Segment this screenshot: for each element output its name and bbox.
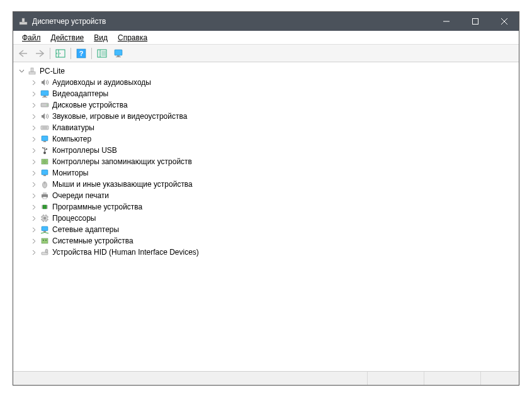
speaker-icon	[40, 111, 50, 121]
svg-rect-1	[22, 18, 25, 22]
category-label: Видеоадаптеры	[52, 89, 108, 98]
svg-rect-0	[20, 22, 27, 25]
computer-icon	[27, 66, 37, 76]
category-label: Сетевые адаптеры	[52, 225, 119, 234]
menu-action[interactable]: Действие	[46, 32, 89, 43]
expand-icon[interactable]	[30, 169, 38, 177]
help-button[interactable]: ?	[74, 47, 89, 60]
expand-icon[interactable]	[30, 112, 38, 121]
svg-rect-15	[116, 57, 121, 57]
tree-category-node[interactable]: Компьютер	[30, 133, 519, 145]
category-label: Дисковые устройства	[52, 101, 128, 109]
menubar: Файл Действие Вид Справка	[13, 31, 519, 45]
printer-icon	[40, 191, 50, 201]
tree-category-node[interactable]: Звуковые, игровые и видеоустройства	[30, 111, 519, 122]
svg-rect-17	[31, 68, 33, 72]
category-label: Контроллеры USB	[52, 146, 117, 155]
minimize-button[interactable]	[432, 12, 461, 31]
category-label: Процессоры	[52, 214, 96, 223]
monitor-icon	[40, 134, 50, 144]
hid-icon	[40, 247, 50, 257]
expand-icon[interactable]	[30, 78, 38, 87]
root-label: PC-Lite	[40, 67, 65, 75]
expand-icon[interactable]	[30, 146, 38, 155]
menu-view[interactable]: Вид	[89, 32, 113, 43]
category-label: Мониторы	[52, 169, 88, 177]
network-icon	[40, 225, 50, 235]
expand-icon[interactable]	[30, 203, 38, 211]
show-hide-console-button[interactable]	[53, 47, 68, 60]
toolbar-separator	[50, 48, 50, 59]
toolbar-separator	[91, 48, 92, 59]
svg-text:?: ?	[79, 50, 84, 57]
mouse-icon	[40, 179, 50, 189]
tree-category-node[interactable]: Устройства HID (Human Interface Devices)	[30, 247, 519, 258]
forward-button[interactable]	[32, 47, 47, 60]
tree-category-node[interactable]: Программные устройства	[30, 201, 519, 213]
storage-icon	[40, 157, 50, 167]
category-label: Компьютер	[52, 135, 91, 143]
svg-rect-14	[117, 55, 120, 57]
tree-category-node[interactable]: Мыши и иные указывающие устройства	[30, 179, 519, 190]
close-button[interactable]	[490, 12, 519, 31]
expand-icon[interactable]	[30, 214, 38, 223]
tree-category-node[interactable]: Очереди печати	[30, 190, 519, 201]
back-button[interactable]	[16, 47, 31, 60]
expand-icon[interactable]	[30, 180, 38, 189]
status-cell-2	[368, 372, 424, 385]
status-cell-3	[424, 372, 481, 385]
expand-icon[interactable]	[30, 225, 38, 234]
tree-category-node[interactable]: Дисковые устройства	[30, 99, 519, 111]
expand-icon[interactable]	[30, 123, 38, 132]
expand-icon[interactable]	[30, 135, 38, 143]
tree-category-node[interactable]: Клавиатуры	[30, 122, 519, 133]
expand-icon[interactable]	[30, 157, 38, 166]
chip-icon	[40, 202, 50, 212]
window-title: Диспетчер устройств	[32, 17, 432, 26]
tree-category-node[interactable]: Аудиовходы и аудиовыходы	[30, 77, 519, 88]
cpu-icon	[40, 213, 50, 223]
tree-category-node[interactable]: Видеоадаптеры	[30, 88, 519, 99]
tree-category-node[interactable]: Системные устройства	[30, 235, 519, 247]
collapse-icon[interactable]	[17, 67, 26, 75]
category-label: Звуковые, игровые и видеоустройства	[52, 112, 187, 121]
toolbar: ?	[13, 45, 519, 62]
category-label: Мыши и иные указывающие устройства	[52, 180, 193, 189]
titlebar[interactable]: Диспетчер устройств	[13, 12, 519, 31]
expand-icon[interactable]	[30, 101, 38, 109]
expand-icon[interactable]	[30, 191, 38, 200]
tree-category-node[interactable]: Сетевые адаптеры	[30, 224, 519, 235]
window-controls	[432, 12, 519, 31]
category-label: Устройства HID (Human Interface Devices)	[52, 248, 199, 257]
tree-root-node[interactable]: PC-Lite	[17, 65, 519, 77]
app-icon	[18, 16, 28, 26]
menu-file[interactable]: Файл	[17, 32, 46, 43]
category-label: Аудиовходы и аудиовыходы	[52, 78, 151, 87]
disk-icon	[40, 100, 50, 110]
tree-category-node[interactable]: Контроллеры USB	[30, 145, 519, 156]
system-icon	[40, 236, 50, 246]
expand-icon[interactable]	[30, 89, 38, 98]
status-main	[13, 372, 368, 385]
maximize-button[interactable]	[461, 12, 490, 31]
tree-category-node[interactable]: Контроллеры запоминающих устройств	[30, 156, 519, 167]
tree-category-node[interactable]: Процессоры	[30, 213, 519, 224]
scan-hardware-button[interactable]	[94, 47, 110, 60]
svg-rect-13	[115, 50, 122, 55]
monitor-icon	[40, 168, 50, 178]
tree-category-node[interactable]: Мониторы	[30, 167, 519, 179]
status-cell-4	[481, 372, 519, 385]
category-label: Программные устройства	[52, 203, 142, 211]
category-label: Очереди печати	[52, 191, 109, 200]
speaker-icon	[40, 77, 50, 87]
svg-rect-3	[473, 19, 478, 25]
device-tree[interactable]: PC-Lite Аудиовходы и аудиовыходыВидеоада…	[13, 62, 519, 371]
expand-icon[interactable]	[30, 236, 38, 245]
keyboard-icon	[40, 123, 50, 133]
expand-icon[interactable]	[30, 248, 38, 257]
category-label: Системные устройства	[52, 236, 133, 245]
category-label: Клавиатуры	[52, 123, 94, 132]
usb-icon	[40, 145, 50, 155]
menu-help[interactable]: Справка	[113, 32, 152, 43]
monitor-button[interactable]	[111, 47, 126, 60]
